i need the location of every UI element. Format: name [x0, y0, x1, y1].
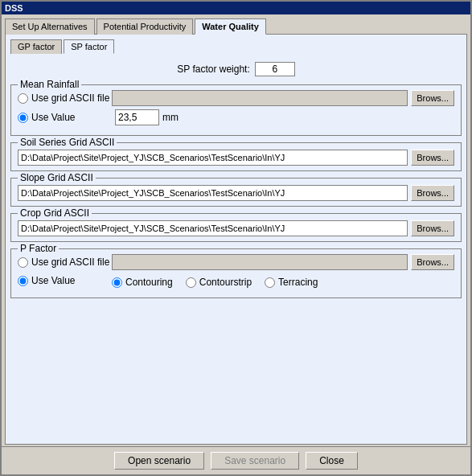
- pfactor-contouring-option[interactable]: Contouring: [112, 277, 173, 288]
- main-window: DSS Set Up Alternatives Potential Produc…: [0, 0, 472, 476]
- bottom-bar: Open scenario Save scenario Close: [2, 446, 470, 474]
- soil-series-input[interactable]: [18, 150, 408, 166]
- pfactor-terracing-radio[interactable]: [265, 277, 275, 288]
- content-area: GP factor SP factor SP factor weight: Me…: [5, 34, 467, 445]
- pfactor-contouring-radio[interactable]: [112, 277, 122, 288]
- main-tab-bar: Set Up Alternatives Potential Productivi…: [2, 14, 470, 34]
- crop-grid-title: Crop Grid ASCII: [18, 207, 92, 219]
- pfactor-ascii-label: Use grid ASCII file: [31, 256, 112, 268]
- pfactor-value-label: Use Value: [31, 275, 112, 286]
- pfactor-ascii-browse-btn[interactable]: Brows...: [411, 254, 454, 270]
- slope-grid-browse-btn[interactable]: Brows...: [411, 185, 454, 201]
- weight-label: SP factor weight:: [177, 64, 250, 75]
- mean-rainfall-ascii-row: Use grid ASCII file Brows...: [18, 90, 454, 106]
- pfactor-contourstrip-radio[interactable]: [186, 277, 196, 288]
- save-scenario-button[interactable]: Save scenario: [211, 452, 299, 470]
- title-bar: DSS: [2, 2, 470, 14]
- slope-grid-row: Brows...: [18, 185, 454, 201]
- pfactor-contourstrip-option[interactable]: Contourstrip: [186, 277, 252, 288]
- rainfall-ascii-input: [112, 90, 408, 106]
- sp-factor-panel: SP factor weight: Mean Rainfall Use grid…: [10, 59, 462, 439]
- open-scenario-button[interactable]: Open scenario: [114, 452, 204, 470]
- soil-series-row: Brows...: [18, 150, 454, 166]
- crop-grid-input[interactable]: [18, 220, 408, 236]
- weight-input[interactable]: [255, 62, 295, 76]
- sub-tab-bar: GP factor SP factor: [10, 39, 462, 54]
- soil-series-group: Soil Series Grid ASCII Brows...: [10, 142, 462, 171]
- p-factor-group: P Factor Use grid ASCII file Brows... Us…: [10, 248, 462, 298]
- rainfall-value-input[interactable]: [115, 109, 159, 125]
- rainfall-unit: mm: [162, 112, 179, 123]
- pfactor-terracing-option[interactable]: Terracing: [265, 277, 318, 288]
- rainfall-value-label: Use Value: [31, 112, 112, 123]
- p-factor-value-row: Use Value Contouring Contourstrip Ter: [18, 273, 454, 288]
- pfactor-ascii-input: [112, 254, 408, 270]
- weight-row: SP factor weight:: [10, 62, 462, 76]
- tab-productivity[interactable]: Potential Productivity: [96, 18, 194, 35]
- tab-sp-factor[interactable]: SP factor: [64, 39, 114, 54]
- rainfall-ascii-label: Use grid ASCII file: [31, 92, 112, 104]
- p-factor-title: P Factor: [18, 243, 59, 254]
- rainfall-value-radio[interactable]: [18, 113, 28, 123]
- mean-rainfall-value-row: Use Value mm: [18, 109, 454, 125]
- crop-grid-group: Crop Grid ASCII Brows...: [10, 213, 462, 242]
- tab-setup[interactable]: Set Up Alternatives: [5, 18, 95, 35]
- window-title: DSS: [5, 3, 23, 13]
- slope-grid-input[interactable]: [18, 185, 408, 201]
- crop-grid-row: Brows...: [18, 220, 454, 236]
- tab-gp-factor[interactable]: GP factor: [10, 39, 62, 54]
- slope-grid-group: Slope Grid ASCII Brows...: [10, 178, 462, 207]
- mean-rainfall-title: Mean Rainfall: [18, 79, 81, 90]
- soil-series-title: Soil Series Grid ASCII: [18, 137, 117, 148]
- close-button[interactable]: Close: [306, 452, 358, 470]
- pfactor-ascii-radio[interactable]: [18, 257, 28, 268]
- soil-series-browse-btn[interactable]: Brows...: [411, 150, 454, 166]
- pfactor-options: Contouring Contourstrip Terracing: [112, 277, 330, 288]
- rainfall-ascii-browse-btn[interactable]: Brows...: [411, 90, 454, 106]
- rainfall-ascii-radio[interactable]: [18, 93, 28, 104]
- pfactor-value-radio[interactable]: [18, 276, 28, 286]
- slope-grid-title: Slope Grid ASCII: [18, 172, 96, 183]
- tab-water-quality[interactable]: Water Quality: [195, 18, 266, 35]
- p-factor-ascii-row: Use grid ASCII file Brows...: [18, 254, 454, 270]
- crop-grid-browse-btn[interactable]: Brows...: [411, 220, 454, 236]
- mean-rainfall-group: Mean Rainfall Use grid ASCII file Brows.…: [10, 84, 462, 136]
